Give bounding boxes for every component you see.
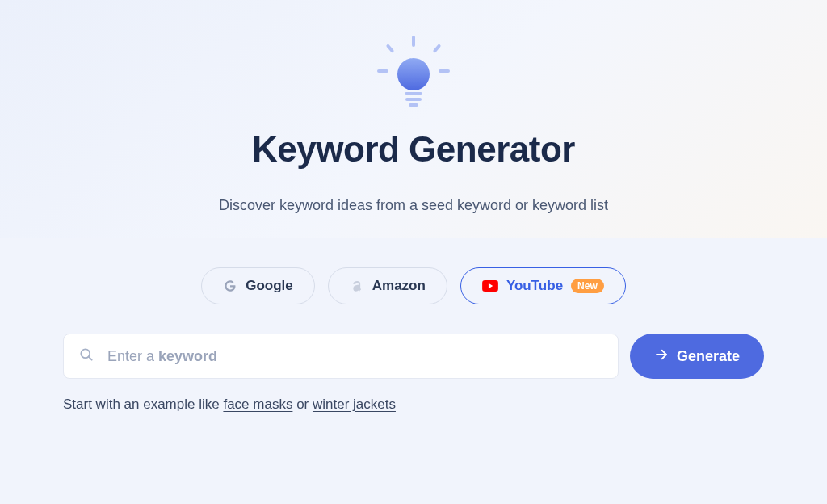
tab-label: Amazon	[372, 278, 426, 294]
tab-label: YouTube	[506, 278, 563, 294]
tab-youtube[interactable]: YouTube New	[460, 267, 626, 304]
youtube-icon	[482, 280, 498, 292]
controls-section: Google Amazon YouTube New Enter a keywor…	[0, 238, 827, 504]
example-text: Start with an example like face masks or…	[63, 397, 764, 413]
tab-label: Google	[246, 278, 293, 294]
arrow-right-icon	[654, 347, 669, 366]
search-icon	[78, 346, 94, 366]
lightbulb-icon	[377, 36, 450, 113]
search-box: Enter a keyword	[63, 334, 619, 379]
generate-button[interactable]: Generate	[630, 334, 764, 379]
google-icon	[223, 279, 237, 293]
page-subtitle: Discover keyword ideas from a seed keywo…	[219, 197, 608, 214]
source-tabs: Google Amazon YouTube New	[201, 267, 626, 304]
svg-line-2	[89, 357, 92, 360]
page-title: Keyword Generator	[252, 129, 575, 170]
tab-google[interactable]: Google	[201, 267, 315, 304]
amazon-icon	[350, 279, 364, 293]
keyword-input[interactable]	[107, 348, 603, 365]
hero-section: Keyword Generator Discover keyword ideas…	[0, 0, 827, 238]
search-row: Enter a keyword Generate	[63, 334, 764, 379]
generate-label: Generate	[677, 348, 740, 365]
tab-amazon[interactable]: Amazon	[328, 267, 447, 304]
new-badge: New	[571, 279, 604, 293]
example-link-winter-jackets[interactable]: winter jackets	[313, 397, 396, 412]
example-link-face-masks[interactable]: face masks	[223, 397, 292, 412]
